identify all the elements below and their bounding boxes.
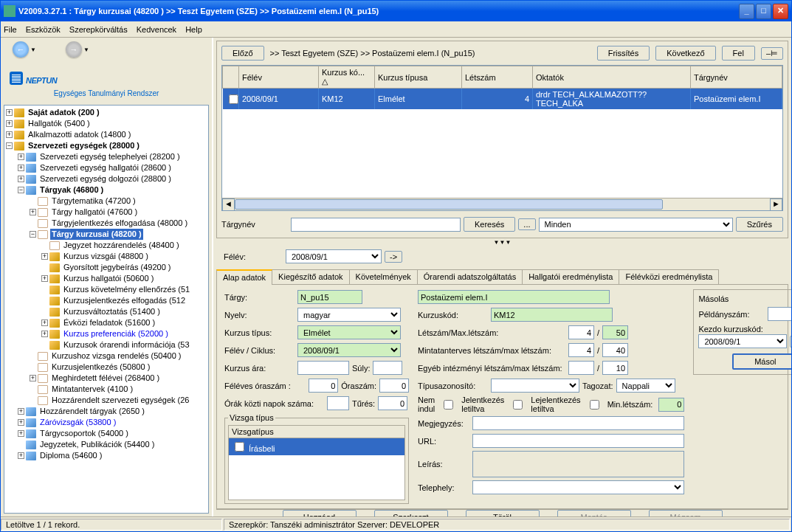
tree-node[interactable]: Meghirdetett félévei (268400 ) bbox=[50, 373, 161, 384]
save-button[interactable]: Mentés bbox=[557, 510, 631, 517]
tree-node-selected[interactable]: Tárgy kurzusai (48200 ) bbox=[50, 229, 143, 240]
filter-button[interactable]: Szűrés bbox=[736, 217, 783, 232]
tree-node[interactable]: Kurzus preferenciák (52000 ) bbox=[62, 328, 170, 339]
semester-cycle-select[interactable]: 2008/09/1 bbox=[297, 343, 401, 357]
close-button[interactable]: ✕ bbox=[773, 4, 788, 19]
tree-node[interactable]: Saját adatok (200 ) bbox=[27, 107, 101, 118]
nav-back-button[interactable]: ← bbox=[13, 41, 29, 58]
scroll-right-icon[interactable]: ► bbox=[770, 198, 782, 211]
curriculum-capacity-field[interactable] bbox=[568, 343, 594, 357]
curriculum-max-field[interactable] bbox=[602, 343, 628, 357]
menu-help[interactable]: Help bbox=[185, 25, 202, 34]
sem-hours-field[interactable] bbox=[309, 379, 338, 393]
maximize-button[interactable]: □ bbox=[756, 4, 771, 19]
tree-node[interactable]: Kurzusjelentkezés (50800 ) bbox=[50, 362, 151, 373]
tree-node[interactable]: Hallgatók (5400 ) bbox=[27, 118, 92, 129]
nav-forward-button[interactable]: → bbox=[66, 41, 82, 58]
tree-node[interactable]: Záróvizsgák (53800 ) bbox=[38, 417, 117, 428]
tree-node[interactable]: Tárgyak (46800 ) bbox=[38, 184, 105, 196]
drag-handle-icon[interactable]: ▼▼▼ bbox=[216, 239, 788, 246]
grid-header[interactable]: Félév bbox=[239, 66, 319, 89]
tree-node[interactable]: Hozzárendelt szervezeti egységek (26 bbox=[50, 395, 190, 406]
tab-requirements[interactable]: Követelmények bbox=[349, 269, 418, 284]
division-select[interactable]: Nappali bbox=[616, 379, 675, 393]
pin-button[interactable]: –⊨ bbox=[761, 47, 783, 60]
semester-select[interactable]: 2008/09/1 bbox=[286, 249, 382, 263]
other-max-field[interactable] bbox=[602, 361, 628, 375]
max-capacity-field[interactable] bbox=[602, 325, 628, 339]
exam-type-row[interactable]: Írásbeli bbox=[229, 438, 404, 455]
copy-count-field[interactable] bbox=[768, 307, 791, 321]
copy-button[interactable]: Másol bbox=[732, 353, 791, 370]
tab-extra-data[interactable]: Kiegészítő adatok bbox=[272, 269, 349, 284]
course-price-field[interactable] bbox=[297, 361, 349, 375]
tab-student-results[interactable]: Hallgatói eredménylista bbox=[522, 269, 619, 284]
minimize-button[interactable]: _ bbox=[739, 4, 754, 19]
tab-midterm-results[interactable]: Félévközi eredménylista bbox=[619, 269, 719, 284]
exam-row-checkbox[interactable] bbox=[235, 442, 244, 452]
delete-button[interactable]: Töröl bbox=[466, 510, 540, 517]
scroll-thumb[interactable] bbox=[235, 199, 663, 210]
tree-node[interactable]: Kurzusok órarendi információja (53 bbox=[62, 339, 191, 350]
min-capacity-field[interactable] bbox=[658, 398, 684, 412]
add-button[interactable]: Hozzáad bbox=[283, 510, 357, 517]
description-field[interactable] bbox=[472, 451, 684, 477]
tree-node[interactable]: Szervezeti egységek (28000 ) bbox=[27, 140, 141, 151]
course-code-field[interactable] bbox=[491, 308, 613, 322]
edit-button[interactable]: Szerkeszt bbox=[374, 510, 448, 517]
menu-file[interactable]: File bbox=[4, 25, 17, 34]
not-started-checkbox[interactable] bbox=[444, 400, 453, 410]
tab-schedule[interactable]: Órarendi adatszolgáltatás bbox=[417, 269, 523, 284]
search-more-button[interactable]: ... bbox=[518, 218, 535, 230]
grid-header[interactable]: Létszám bbox=[462, 66, 533, 89]
menu-roleswitch[interactable]: Szerepkörváltás bbox=[69, 25, 128, 34]
tree-node[interactable]: Tárgytematika (47200 ) bbox=[50, 196, 137, 207]
other-capacity-field[interactable] bbox=[568, 361, 594, 375]
row-checkbox[interactable] bbox=[229, 94, 238, 104]
grid-header[interactable]: Tárgynév bbox=[691, 66, 782, 89]
tree-node[interactable]: Kurzusváltoztatás (51400 ) bbox=[62, 306, 162, 317]
expander-icon[interactable]: + bbox=[6, 109, 13, 116]
prev-button[interactable]: Előző bbox=[221, 46, 264, 61]
menu-favorites[interactable]: Kedvencek bbox=[137, 25, 176, 34]
tree-node[interactable]: Évközi feladatok (51600 ) bbox=[62, 317, 156, 328]
next-button[interactable]: Következő bbox=[655, 46, 715, 61]
grid-row[interactable]: 2008/09/1KM12Elmélet 4drdr TECH_ALKALMAZ… bbox=[223, 89, 782, 110]
signup-blocked-checkbox[interactable] bbox=[513, 400, 523, 410]
tree-node[interactable]: Alkalmazotti adatok (14800 ) bbox=[27, 129, 132, 140]
search-button[interactable]: Keresés bbox=[464, 217, 515, 232]
tab-basic-data[interactable]: Alap adatok bbox=[216, 269, 272, 285]
weight-field[interactable] bbox=[373, 361, 402, 375]
tree-node[interactable]: Szervezeti egység hallgatói (28600 ) bbox=[38, 162, 173, 173]
tree-node[interactable]: Hozzárendelt tárgyak (2650 ) bbox=[38, 406, 146, 417]
search-input[interactable] bbox=[291, 218, 461, 232]
course-grid[interactable]: Félév Kurzus kó... △ Kurzus típusa Létsz… bbox=[221, 65, 783, 211]
cancel-button[interactable]: Mégsem bbox=[649, 510, 723, 517]
tree-node[interactable]: Gyorsított jegybeírás (49200 ) bbox=[62, 262, 173, 273]
grid-header[interactable]: Kurzus típusa bbox=[375, 66, 462, 89]
copy-start-select[interactable]: 2008/09/1 bbox=[698, 334, 787, 348]
refresh-button[interactable]: Frissítés bbox=[597, 46, 650, 61]
semester-go-button[interactable]: -> bbox=[385, 251, 402, 263]
tree-node[interactable]: Jegyzet hozzárendelés (48400 ) bbox=[62, 240, 181, 251]
days-between-field[interactable] bbox=[327, 396, 349, 410]
tree-node[interactable]: Tárgyjelentkezés elfogadása (48000 ) bbox=[50, 218, 189, 229]
grid-header[interactable]: Kurzus kó... △ bbox=[319, 66, 375, 89]
tree-node[interactable]: Mintatantervek (4100 ) bbox=[50, 384, 134, 395]
course-type-select[interactable]: Elmélet bbox=[297, 325, 401, 339]
capacity-field[interactable] bbox=[568, 325, 594, 339]
tree-node[interactable]: Kurzusjelentkezés elfogadás (512 bbox=[62, 295, 187, 306]
tree-node[interactable]: Diploma (54600 ) bbox=[38, 450, 103, 461]
search-scope-select[interactable]: Minden bbox=[539, 218, 733, 232]
subject-code-field[interactable] bbox=[297, 290, 362, 304]
tree-node[interactable]: Jegyzetek, Publikációk (54400 ) bbox=[38, 439, 156, 450]
tree-node[interactable]: Kurzus követelmény ellenőrzés (51 bbox=[62, 284, 191, 295]
tolerance-field[interactable] bbox=[378, 396, 407, 410]
site-select[interactable] bbox=[472, 480, 684, 494]
tree-node[interactable]: Tárgy hallgatói (47600 ) bbox=[50, 207, 139, 218]
tree-node[interactable]: Kurzushoz vizsga rendelés (50400 ) bbox=[50, 350, 182, 362]
tree-node[interactable]: Szervezeti egység telephelyei (28200 ) bbox=[38, 151, 182, 162]
grid-header[interactable] bbox=[223, 66, 239, 89]
type-id-select[interactable] bbox=[491, 379, 579, 393]
note-field[interactable] bbox=[472, 416, 684, 430]
